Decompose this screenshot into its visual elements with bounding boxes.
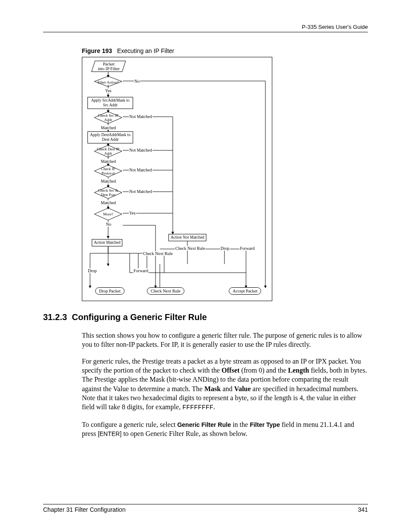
text-run: to open Generic Filter Rule, as shown be… bbox=[121, 430, 247, 437]
flowchart-action-not-matched: Action Not Matched bbox=[168, 234, 206, 241]
flowchart-terminator-check: Check Next Rule bbox=[147, 287, 184, 295]
text-bold: Mask bbox=[204, 385, 221, 392]
header-text: P-335 Series User's Guide bbox=[43, 24, 368, 30]
flowchart-label: Drop bbox=[87, 268, 97, 273]
figure-title: Executing an IP Filter bbox=[117, 47, 174, 54]
text-bold: Length bbox=[288, 367, 309, 374]
footer-chapter: Chapter 31 Filter Configuration bbox=[43, 506, 125, 513]
text-run: in the bbox=[231, 421, 250, 428]
text-run: This section shows you how to configure … bbox=[82, 332, 362, 348]
paragraph-1: This section shows you how to configure … bbox=[82, 331, 368, 349]
flowchart-label: Forward bbox=[133, 268, 149, 273]
flowchart-label: Not Matched bbox=[129, 148, 153, 152]
flowchart-check-more: More? bbox=[94, 208, 122, 220]
flowchart-label: Matched bbox=[100, 200, 116, 205]
flowchart-label: Matched bbox=[100, 125, 116, 130]
text-bold: Value bbox=[234, 385, 251, 392]
flowchart-apply-srcmask: Apply SrcAddrMask to Src Addr bbox=[87, 97, 133, 109]
flowchart-label: Forward bbox=[240, 246, 255, 251]
flowchart-label: Not Matched bbox=[129, 168, 153, 172]
flowchart-check-protocol: Check IP Protocol bbox=[94, 165, 122, 177]
text-run: . bbox=[213, 403, 215, 411]
flowchart-check-ports: Check Src & Dest Port bbox=[94, 187, 122, 199]
flowchart-terminator-drop: Drop Packet bbox=[95, 287, 125, 295]
flowchart-check-src: Check Src IP Addr bbox=[94, 112, 122, 124]
text-sans-bold: Filter Type bbox=[250, 421, 280, 428]
figure-caption: Figure 193 Executing an IP Filter bbox=[82, 47, 368, 54]
text-sans-bold: Generic Filter Rule bbox=[177, 421, 230, 428]
flowchart-terminator-accept: Accept Packet bbox=[229, 287, 261, 295]
flowchart-label-no: No bbox=[134, 79, 140, 84]
section-number: 31.2.3 bbox=[43, 312, 67, 322]
document-page: P-335 Series User's Guide Figure 193 Exe… bbox=[0, 0, 411, 532]
section-heading: 31.2.3 Configuring a Generic Filter Rule bbox=[43, 312, 368, 322]
flowchart-figure: Packet into IP Filter Filter Active? No … bbox=[82, 57, 272, 301]
flowchart-start: Packet into IP Filter bbox=[91, 61, 126, 72]
page-header: P-335 Series User's Guide bbox=[43, 24, 368, 32]
flowchart-label: Not Matched bbox=[129, 114, 153, 119]
text-bold: Offset bbox=[221, 367, 240, 374]
flowchart-label: Matched bbox=[100, 159, 116, 164]
footer-page-number: 341 bbox=[358, 506, 368, 513]
section-title: Configuring a Generic Filter Rule bbox=[72, 312, 207, 322]
figure-number: Figure 193 bbox=[82, 47, 112, 54]
flowchart-label: Check Next Rule bbox=[175, 246, 206, 251]
flowchart-action-matched: Action Matched bbox=[92, 239, 122, 246]
paragraph-2: For generic rules, the Prestige treats a… bbox=[82, 357, 368, 412]
flowchart-label: Check Next Rule bbox=[143, 251, 173, 256]
flowchart-label: Yes bbox=[129, 211, 136, 215]
text-run: (from 0) and the bbox=[240, 367, 288, 374]
page-footer: Chapter 31 Filter Configuration 341 bbox=[43, 504, 368, 513]
flowchart-label: Not Matched bbox=[129, 189, 153, 194]
text-run: and bbox=[221, 385, 234, 392]
text-run: To configure a generic rule, select bbox=[82, 421, 177, 428]
text-sans: [ENTER] bbox=[98, 430, 121, 437]
flowchart-check-dest: Check Dest IP Addr bbox=[94, 145, 122, 157]
paragraph-3: To configure a generic rule, select Gene… bbox=[82, 420, 368, 438]
flowchart-decision-active: Filter Active? bbox=[94, 76, 122, 88]
text-mono: FFFFFFFF bbox=[182, 404, 213, 411]
flowchart-label: No bbox=[106, 222, 112, 227]
flowchart-label: Drop bbox=[220, 246, 230, 251]
flowchart-label-yes: Yes bbox=[105, 88, 112, 93]
flowchart-apply-destmask: Apply DestAddrMask to Dest Addr bbox=[87, 131, 133, 143]
flowchart-label: Matched bbox=[100, 179, 116, 184]
